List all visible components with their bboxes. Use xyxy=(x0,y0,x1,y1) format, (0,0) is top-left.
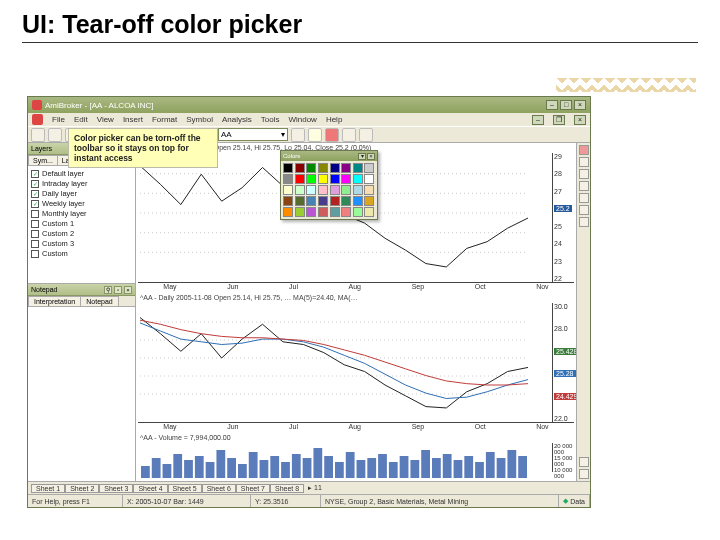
color-swatch[interactable] xyxy=(283,196,293,206)
layer-item[interactable]: Intraday layer xyxy=(31,179,132,188)
checkbox-icon[interactable] xyxy=(31,180,39,188)
menu-view[interactable]: View xyxy=(97,115,114,124)
color-swatch[interactable] xyxy=(341,174,351,184)
color-swatch[interactable] xyxy=(318,207,328,217)
close-panel-icon[interactable]: × xyxy=(124,286,132,294)
color-swatch[interactable] xyxy=(330,174,340,184)
tab-interpretation[interactable]: Interpretation xyxy=(28,296,81,306)
sheet-tab[interactable]: Sheet 6 xyxy=(202,484,236,493)
color-swatch[interactable] xyxy=(364,185,374,195)
tab-symbols[interactable]: Sym... xyxy=(28,155,58,165)
layer-item[interactable]: Custom 3 xyxy=(31,239,132,248)
child-close-button[interactable]: × xyxy=(574,115,586,125)
menu-format[interactable]: Format xyxy=(152,115,177,124)
color-dock-icon[interactable]: ▾ xyxy=(358,153,366,160)
layer-item[interactable]: Custom xyxy=(31,249,132,258)
color-swatch[interactable] xyxy=(353,163,363,173)
color-swatch[interactable] xyxy=(295,196,305,206)
close-button[interactable]: × xyxy=(574,100,586,110)
minimize-button[interactable]: – xyxy=(546,100,558,110)
color-swatch[interactable] xyxy=(306,163,316,173)
color-swatch[interactable] xyxy=(330,163,340,173)
menu-file[interactable]: File xyxy=(52,115,65,124)
dock-icon[interactable]: ▫ xyxy=(114,286,122,294)
sheet-tab[interactable]: Sheet 4 xyxy=(133,484,167,493)
tool-pencil-icon[interactable] xyxy=(308,128,322,142)
color-swatch[interactable] xyxy=(283,163,293,173)
chart-mid[interactable]: ^AA - Daily 2005-11-08 Open 25.14, Hi 25… xyxy=(138,293,574,431)
color-swatch[interactable] xyxy=(353,196,363,206)
color-swatch[interactable] xyxy=(341,185,351,195)
checkbox-icon[interactable] xyxy=(31,170,39,178)
tool-new-icon[interactable] xyxy=(31,128,45,142)
color-swatch[interactable] xyxy=(318,174,328,184)
rtool-crosshair-icon[interactable] xyxy=(579,157,589,167)
color-swatch[interactable] xyxy=(330,196,340,206)
menu-edit[interactable]: Edit xyxy=(74,115,88,124)
menu-insert[interactable]: Insert xyxy=(123,115,143,124)
symbol-combo[interactable]: AA▾ xyxy=(218,128,288,141)
layer-item[interactable]: Default layer xyxy=(31,169,132,178)
color-swatch[interactable] xyxy=(364,196,374,206)
color-swatch[interactable] xyxy=(364,163,374,173)
rtool-hand-icon[interactable] xyxy=(579,205,589,215)
color-swatch[interactable] xyxy=(318,196,328,206)
rtool-text-icon[interactable] xyxy=(579,181,589,191)
pin-icon[interactable]: ⚲ xyxy=(104,286,112,294)
color-swatch[interactable] xyxy=(330,185,340,195)
color-swatch[interactable] xyxy=(341,196,351,206)
color-picker-titlebar[interactable]: Colors ▾× xyxy=(281,151,377,161)
rtool-range-icon[interactable] xyxy=(579,217,589,227)
color-swatch[interactable] xyxy=(283,207,293,217)
tool-zoom-icon[interactable] xyxy=(291,128,305,142)
color-swatch[interactable] xyxy=(283,185,293,195)
rtool-trendline-icon[interactable] xyxy=(579,169,589,179)
menu-window[interactable]: Window xyxy=(288,115,316,124)
checkbox-icon[interactable] xyxy=(31,190,39,198)
tab-notepad[interactable]: Notepad xyxy=(80,296,118,306)
checkbox-icon[interactable] xyxy=(31,210,39,218)
color-swatch[interactable] xyxy=(295,207,305,217)
rtool-cursor-icon[interactable] xyxy=(579,145,589,155)
color-swatch[interactable] xyxy=(364,207,374,217)
checkbox-icon[interactable] xyxy=(31,230,39,238)
layer-item[interactable]: Custom 1 xyxy=(31,219,132,228)
checkbox-icon[interactable] xyxy=(31,200,39,208)
sheet-tab[interactable]: Sheet 2 xyxy=(65,484,99,493)
layer-item[interactable]: Daily layer xyxy=(31,189,132,198)
color-picker-window[interactable]: Colors ▾× xyxy=(280,150,378,220)
color-swatch[interactable] xyxy=(306,185,316,195)
tool-color-icon[interactable] xyxy=(325,128,339,142)
tool-text-icon[interactable] xyxy=(359,128,373,142)
color-swatch[interactable] xyxy=(306,207,316,217)
menu-analysis[interactable]: Analysis xyxy=(222,115,252,124)
color-close-icon[interactable]: × xyxy=(367,153,375,160)
sheet-tab[interactable]: Sheet 8 xyxy=(270,484,304,493)
color-swatch[interactable] xyxy=(295,174,305,184)
color-swatch[interactable] xyxy=(295,185,305,195)
color-swatch[interactable] xyxy=(330,207,340,217)
maximize-button[interactable]: □ xyxy=(560,100,572,110)
color-swatch[interactable] xyxy=(318,185,328,195)
color-swatch[interactable] xyxy=(306,196,316,206)
sheet-tab[interactable]: Sheet 5 xyxy=(168,484,202,493)
chart-volume[interactable]: ^AA - Volume = 7,994,000.00 20 000 00015… xyxy=(138,433,574,481)
color-swatch[interactable] xyxy=(295,163,305,173)
tool-line-icon[interactable] xyxy=(342,128,356,142)
tool-open-icon[interactable] xyxy=(48,128,62,142)
child-restore-button[interactable]: ❐ xyxy=(553,115,565,125)
checkbox-icon[interactable] xyxy=(31,250,39,258)
layer-item[interactable]: Monthly layer xyxy=(31,209,132,218)
color-swatch[interactable] xyxy=(283,174,293,184)
layer-item[interactable]: Custom 2 xyxy=(31,229,132,238)
layer-item[interactable]: Weekly layer xyxy=(31,199,132,208)
menu-tools[interactable]: Tools xyxy=(261,115,280,124)
rtool-more-icon[interactable] xyxy=(579,457,589,467)
color-swatch[interactable] xyxy=(353,207,363,217)
color-swatch[interactable] xyxy=(341,207,351,217)
color-swatch[interactable] xyxy=(353,185,363,195)
rtool-fav-icon[interactable] xyxy=(579,469,589,479)
color-swatch[interactable] xyxy=(364,174,374,184)
sheet-tab[interactable]: Sheet 3 xyxy=(99,484,133,493)
checkbox-icon[interactable] xyxy=(31,240,39,248)
